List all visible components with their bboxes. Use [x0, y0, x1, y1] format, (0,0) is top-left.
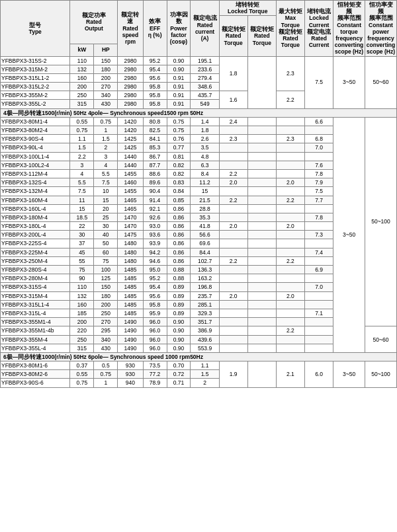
locked-torque2-cell — [247, 274, 276, 283]
hp-cell: 340 — [94, 91, 118, 100]
current-cell: 235.7 — [191, 291, 219, 300]
current-cell: 351.7 — [191, 318, 219, 326]
locked-torque1-cell — [219, 231, 247, 239]
eff-cell: 95.6 — [143, 73, 167, 82]
hp-cell: 5.5 — [94, 169, 118, 178]
pf-cell: 0.91 — [167, 100, 191, 108]
hp-cell: 10 — [94, 187, 118, 196]
pf-cell: 0.89 — [167, 291, 191, 300]
max-torque-cell — [276, 248, 304, 256]
hp-cell: 180 — [94, 65, 118, 73]
max-torque-cell: 2.3 — [276, 135, 304, 143]
eff-cell: 95.4 — [143, 65, 167, 73]
locked-current-cell — [305, 274, 333, 283]
locked-current-cell — [305, 239, 333, 248]
hp-cell: 1 — [94, 126, 118, 135]
model-cell: YFBBPX3-200L-4 — [1, 231, 70, 239]
col-locked-current-header: 堵转电流Locked Current额定电流Rated Current — [305, 1, 333, 57]
hp-cell: 125 — [94, 274, 118, 283]
hp-cell: 180 — [94, 291, 118, 300]
speed-cell: 1480 — [118, 248, 143, 256]
locked-torque2-cell — [247, 196, 276, 204]
locked-torque1-cell: 2.2 — [219, 256, 247, 265]
eff-cell: 96.0 — [143, 335, 167, 344]
max-torque-cell — [276, 283, 304, 291]
locked-torque1-cell — [219, 143, 247, 152]
model-cell: YFBBPX3-100L2-4 — [1, 161, 70, 169]
const-power-freq-cell: 50~60 — [365, 326, 397, 353]
speed-cell: 1465 — [118, 196, 143, 204]
kw-cell: 11 — [70, 196, 94, 204]
kw-cell: 132 — [70, 65, 94, 73]
model-cell: YFBBPX3-80M1-6 — [1, 361, 70, 370]
current-cell: 435.7 — [191, 91, 219, 100]
eff-cell: 95.2 — [143, 274, 167, 283]
max-torque-cell — [276, 335, 304, 344]
kw-cell: 37 — [70, 239, 94, 248]
locked-current-cell: 7.3 — [305, 231, 333, 239]
model-cell: YFBBPX3-315L1-2 — [1, 73, 70, 82]
locked-torque1-cell — [219, 335, 247, 344]
locked-current-cell: 6.6 — [305, 117, 333, 126]
kw-cell: 110 — [70, 56, 94, 65]
max-torque-cell — [276, 187, 304, 196]
locked-torque1-cell — [219, 213, 247, 221]
locked-torque2-cell — [247, 231, 276, 239]
speed-cell: 1420 — [118, 117, 143, 126]
locked-current-cell — [305, 152, 333, 161]
model-cell: YFBBPX3-355M-2 — [1, 91, 70, 100]
locked-torque2-cell — [247, 361, 276, 388]
hp-cell: 60 — [94, 248, 118, 256]
kw-cell: 160 — [70, 73, 94, 82]
current-cell: 195.1 — [191, 56, 219, 65]
locked-torque1-cell: 2.3 — [219, 135, 247, 143]
model-cell: YFBBPX3-280S-4 — [1, 266, 70, 274]
locked-torque1-cell: 2.0 — [219, 178, 247, 187]
const-torque-freq-cell: 3~50 — [333, 117, 365, 352]
pf-cell: 0.75 — [167, 117, 191, 126]
eff-cell: 95.6 — [143, 291, 167, 300]
eff-cell: 96.0 — [143, 318, 167, 326]
col-eff-header: 效率EFFη (%) — [143, 1, 167, 57]
locked-torque2-cell — [247, 169, 276, 178]
hp-cell: 75 — [94, 256, 118, 265]
current-cell: 553.9 — [191, 344, 219, 352]
eff-cell: 95.8 — [143, 91, 167, 100]
model-cell: YFBBPX3-355L-4 — [1, 344, 70, 352]
speed-cell: 2980 — [118, 73, 143, 82]
pf-cell: 0.86 — [167, 239, 191, 248]
speed-cell: 2980 — [118, 56, 143, 65]
pf-cell: 0.90 — [167, 344, 191, 352]
max-torque-cell: 2.0 — [276, 291, 304, 300]
col-locked-torque-rated2-header: 额定转矩Rated Torque — [247, 16, 276, 56]
max-torque-cell: 2.2 — [276, 326, 304, 335]
eff-cell: 95.8 — [143, 100, 167, 108]
max-torque-cell: 2.2 — [276, 256, 304, 265]
locked-torque2-cell — [247, 256, 276, 265]
table-row: YFBBPX3-80M1-40.550.75142080.80.751.42.4… — [1, 117, 397, 126]
kw-cell: 90 — [70, 274, 94, 283]
locked-torque1-cell — [219, 283, 247, 291]
hp-cell: 340 — [94, 335, 118, 344]
kw-cell: 160 — [70, 300, 94, 309]
model-cell: YFBBPX3-90L-4 — [1, 143, 70, 152]
hp-cell: 2 — [94, 143, 118, 152]
col-speed-header: 额定转速Ratedspeedrpm — [118, 1, 143, 57]
locked-torque2-cell — [247, 239, 276, 248]
model-cell: YFBBPX3-225S-4 — [1, 239, 70, 248]
pf-cell: 0.86 — [167, 222, 191, 231]
current-cell: 348.6 — [191, 83, 219, 91]
section-header-row: 4极—同步转速1500(r/min) 50Hz 4pole— Synchrono… — [1, 108, 397, 117]
current-cell: 35.3 — [191, 213, 219, 221]
section-header-row: 6极—同步转速1000(r/min) 50Hz 6pole— Synchrono… — [1, 352, 397, 361]
model-cell: YFBBPX3-180M-4 — [1, 213, 70, 221]
speed-cell: 1475 — [118, 231, 143, 239]
kw-cell: 200 — [70, 318, 94, 326]
speed-cell: 1485 — [118, 266, 143, 274]
locked-current-cell: 6.8 — [305, 135, 333, 143]
current-cell: 279.4 — [191, 73, 219, 82]
model-cell: YFBBPX3-112M-4 — [1, 169, 70, 178]
pf-cell: 0.90 — [167, 56, 191, 65]
hp-cell: 25 — [94, 213, 118, 221]
locked-torque1-cell — [219, 161, 247, 169]
